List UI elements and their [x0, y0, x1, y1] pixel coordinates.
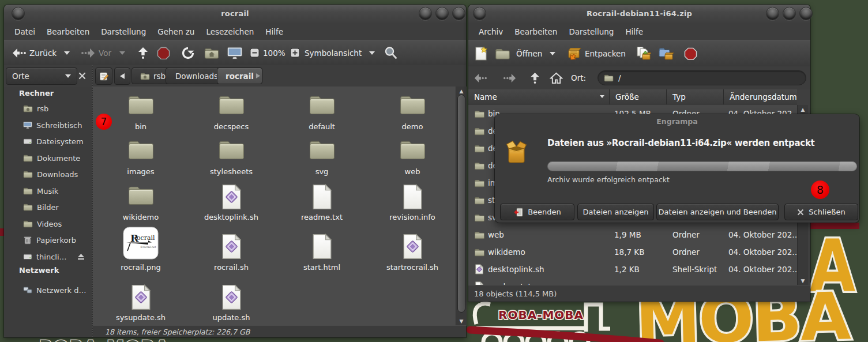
menu-datei[interactable]: Datei — [9, 23, 41, 40]
sidebar-item-home[interactable]: rsb — [23, 101, 91, 116]
quit-button[interactable]: Beenden — [500, 204, 574, 220]
file-decspecs[interactable]: decspecs — [188, 93, 275, 131]
minimize-button[interactable] — [419, 7, 432, 20]
forward-button-label[interactable]: Vor — [99, 41, 111, 65]
sidebar-item-videos[interactable]: Videos — [23, 216, 91, 231]
search-icon[interactable] — [384, 41, 398, 65]
minimize-button[interactable] — [766, 7, 779, 20]
menu-darstellung[interactable]: Darstellung — [95, 23, 152, 40]
back-icon[interactable] — [12, 41, 27, 65]
edit-location-toggle[interactable] — [95, 67, 112, 85]
file-startrocrail-sh[interactable]: startrocrail.sh — [369, 227, 456, 272]
file-desktoplink-sh[interactable]: desktoplink.sh — [188, 184, 275, 221]
add-files-icon[interactable] — [636, 41, 651, 66]
window-titlebar[interactable]: rocrail — [4, 5, 466, 24]
column-header-size[interactable]: Größe — [610, 89, 667, 104]
open-button-label[interactable]: Öffnen — [516, 41, 542, 66]
sidebar-item-pictures[interactable]: Bilder — [23, 200, 91, 215]
home-icon[interactable] — [550, 66, 563, 89]
new-archive-icon[interactable] — [474, 41, 488, 66]
file-readme-txt[interactable]: readme.txt — [279, 184, 365, 221]
up-icon[interactable] — [137, 41, 149, 65]
menu-hilfe[interactable]: Hilfe — [260, 23, 289, 40]
file-revision-info[interactable]: revision.info — [369, 184, 456, 221]
table-row-web[interactable]: web 1,9 MB Ordner 04. Oktober 202… — [468, 226, 797, 243]
scroll-up-arrow[interactable]: ▲ — [456, 88, 467, 94]
vertical-scrollbar[interactable]: ▲ ▼ — [456, 87, 467, 326]
forward-icon[interactable] — [503, 66, 517, 89]
close-button[interactable] — [799, 7, 813, 20]
file-wikidemo[interactable]: wikidemo — [97, 184, 184, 221]
file-start-html[interactable]: start.html — [279, 227, 365, 272]
column-header-type[interactable]: Typ — [667, 89, 724, 104]
reload-icon[interactable] — [182, 41, 194, 65]
menu-lesezeichen[interactable]: Lesezeichen — [200, 23, 260, 40]
menu-darstellung[interactable]: Darstellung — [563, 23, 619, 40]
back-button-label[interactable]: Zurück — [29, 41, 57, 65]
sidebar-item-filesystem[interactable]: Dateisystem — [23, 134, 91, 149]
open-archive-icon[interactable] — [495, 41, 510, 66]
add-folder-icon[interactable] — [659, 41, 674, 66]
maximize-button[interactable] — [435, 7, 449, 20]
location-input[interactable]: / — [598, 70, 806, 85]
back-history-caret[interactable] — [64, 41, 70, 65]
places-combo[interactable]: Orte — [6, 67, 77, 85]
menu-hilfe[interactable]: Hilfe — [619, 23, 649, 40]
window-titlebar[interactable]: Rocrail-debian11-i64.zip — [468, 5, 810, 24]
maximize-button[interactable] — [783, 7, 796, 20]
show-files-and-quit-button[interactable]: Dateien anzeigen und Beenden — [656, 204, 779, 220]
column-header-date[interactable]: Änderungsdatum — [724, 89, 803, 104]
sidebar-item-documents[interactable]: Dokumente — [23, 151, 91, 166]
sidebar-item-trash[interactable]: Papierkorb — [23, 232, 91, 247]
view-mode-select[interactable]: Symbolansicht — [305, 41, 362, 65]
stop-icon[interactable] — [157, 41, 170, 65]
sidebar-item-downloads[interactable]: Downloads — [23, 167, 91, 182]
pane-separator[interactable] — [92, 87, 93, 337]
up-icon[interactable] — [529, 66, 540, 89]
table-row-wikidemo[interactable]: wikidemo 18,7 KB Ordner 04. Oktober 202… — [468, 243, 797, 261]
forward-history-caret[interactable] — [119, 41, 125, 65]
crumb-scroll-left-button[interactable] — [114, 67, 130, 85]
file-sysupdate-sh[interactable]: sysupdate.sh — [97, 284, 184, 322]
zoom-in-button[interactable] — [290, 41, 300, 65]
sidebar-item-desktop[interactable]: Schreibtisch — [23, 118, 91, 133]
view-mode-caret[interactable] — [369, 41, 375, 65]
pane-separator[interactable] — [92, 65, 93, 87]
scrollbar-thumb[interactable] — [457, 95, 465, 313]
scroll-down-arrow[interactable]: ▼ — [456, 318, 467, 324]
sidebar-item-network[interactable]: Netzwerk d… — [23, 283, 91, 298]
sidebar-item-music[interactable]: Musik — [23, 183, 91, 198]
file-svg[interactable]: svg — [279, 138, 365, 176]
scroll-down-arrow[interactable]: ▼ — [798, 278, 808, 284]
extract-button-label[interactable]: Entpacken — [585, 41, 626, 66]
file-demo[interactable]: demo — [369, 93, 456, 131]
table-row-desktoplink[interactable]: desktoplink.sh 1,2 KB Shell-Skript 04. O… — [468, 261, 797, 278]
eject-icon[interactable] — [77, 253, 85, 260]
file-update-sh[interactable]: update.sh — [188, 284, 275, 322]
back-icon[interactable] — [474, 66, 487, 89]
extract-icon[interactable] — [565, 41, 581, 66]
crumb-scroll-right-button[interactable] — [252, 67, 264, 84]
computer-icon[interactable] — [227, 41, 243, 65]
menu-gehen-zu[interactable]: Gehen zu — [152, 23, 200, 40]
close-sidebar-button[interactable] — [74, 67, 89, 84]
scroll-up-arrow[interactable]: ▲ — [798, 107, 808, 112]
close-button[interactable] — [452, 7, 465, 20]
file-images[interactable]: images — [97, 138, 184, 176]
menu-bearbeiten[interactable]: Bearbeiten — [41, 23, 95, 40]
show-files-button[interactable]: Dateien anzeigen — [577, 204, 654, 220]
zoom-level[interactable]: 100% — [263, 41, 285, 65]
file-default[interactable]: default — [279, 93, 365, 131]
stop-icon[interactable] — [684, 41, 697, 66]
file-web[interactable]: web — [369, 138, 456, 176]
menu-archiv[interactable]: Archiv — [473, 23, 509, 40]
zoom-out-button[interactable] — [250, 41, 260, 65]
close-button[interactable]: Schließen — [784, 204, 858, 220]
column-header-name[interactable]: Name — [468, 89, 610, 104]
file-icon-view[interactable]: bin decspecs default demo images stylesh… — [92, 87, 456, 326]
home-icon[interactable] — [204, 41, 219, 65]
file-rocrail-png[interactable]: R ocrail ©rocrail.net rocrail.png — [97, 227, 184, 272]
forward-icon[interactable] — [81, 41, 96, 65]
file-stylesheets[interactable]: stylesheets — [188, 138, 275, 176]
sidebar-item-thinclient-drive[interactable]: thincli… — [23, 249, 91, 264]
